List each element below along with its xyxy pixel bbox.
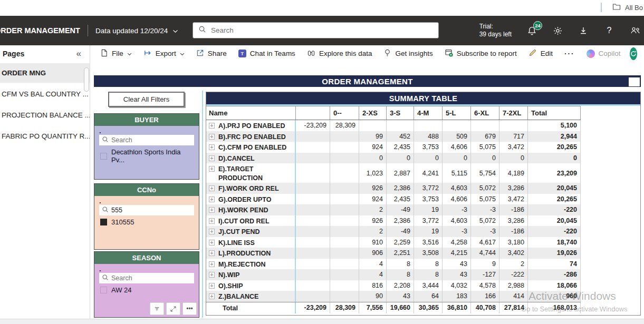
value-cell[interactable]: 183 <box>443 291 471 302</box>
value-cell[interactable]: 910 <box>359 237 387 248</box>
value-cell[interactable]: -222 <box>499 269 528 280</box>
refresh-button[interactable] <box>630 47 637 60</box>
value-cell[interactable] <box>296 194 330 205</box>
value-cell[interactable] <box>330 142 359 153</box>
value-cell[interactable]: 4,578 <box>471 280 499 291</box>
expand-row-icon[interactable]: + <box>209 293 215 299</box>
filter-icon[interactable] <box>150 302 164 315</box>
value-cell[interactable]: 8 <box>414 269 443 280</box>
value-cell[interactable]: 3,286 <box>499 215 528 227</box>
value-cell[interactable]: 3,516 <box>414 237 443 248</box>
buyer-filter-item[interactable]: Decathlon Sports India Pv... <box>99 148 194 164</box>
value-cell[interactable]: 2,259 <box>387 237 414 248</box>
value-cell[interactable]: -23,209 <box>296 120 330 131</box>
value-cell[interactable]: 906 <box>359 248 387 259</box>
settings-gear-button[interactable] <box>552 25 563 36</box>
value-cell[interactable]: 99 <box>359 131 387 142</box>
value-cell[interactable] <box>443 120 471 131</box>
more-options-icon[interactable]: ••• <box>182 302 197 315</box>
column-header[interactable]: 5-L <box>443 106 471 120</box>
value-cell[interactable] <box>330 237 359 248</box>
value-cell[interactable]: 19 <box>414 226 443 237</box>
value-cell[interactable]: 36,810 <box>443 302 471 313</box>
value-cell[interactable]: -23,209 <box>296 302 330 313</box>
value-cell[interactable]: -186 <box>499 226 528 237</box>
row-name-cell[interactable]: +J).CUT PEND <box>206 226 296 237</box>
season-search-input[interactable] <box>111 274 180 282</box>
value-cell[interactable]: 3,472 <box>499 142 528 153</box>
get-insights-button[interactable]: Get insights <box>379 46 437 61</box>
value-cell[interactable] <box>330 153 359 164</box>
value-cell[interactable] <box>296 280 330 291</box>
value-cell[interactable] <box>330 259 359 270</box>
season-search-box[interactable] <box>99 273 194 283</box>
data-updated-dropdown[interactable]: Data updated 12/20/24 <box>95 27 178 35</box>
value-cell[interactable]: 18,066 <box>528 280 581 291</box>
value-cell[interactable] <box>330 280 359 291</box>
value-cell[interactable] <box>296 163 330 183</box>
value-cell[interactable]: 30,365 <box>414 302 443 313</box>
value-cell[interactable]: 8 <box>414 259 443 270</box>
expand-row-icon[interactable]: + <box>209 197 215 202</box>
value-cell[interactable] <box>414 120 443 131</box>
value-cell[interactable]: 19 <box>414 204 443 215</box>
value-cell[interactable]: 3,180 <box>499 237 528 248</box>
value-cell[interactable] <box>359 120 387 131</box>
export-menu[interactable]: Export <box>139 47 189 61</box>
value-cell[interactable]: -220 <box>528 204 581 215</box>
value-cell[interactable] <box>330 215 359 227</box>
value-cell[interactable]: -220 <box>528 226 581 237</box>
value-cell[interactable]: 2,386 <box>387 183 414 194</box>
value-cell[interactable]: 4,258 <box>443 237 471 248</box>
value-cell[interactable]: 5,072 <box>471 215 499 227</box>
value-cell[interactable] <box>296 204 330 215</box>
row-name-cell[interactable]: +D).CANCEL <box>206 153 296 164</box>
value-cell[interactable]: 2,988 <box>499 280 528 291</box>
sidebar-item-cfm-vs-bal[interactable]: CFM VS BAL COUNTRY ... <box>0 84 90 104</box>
value-cell[interactable] <box>296 269 330 280</box>
value-cell[interactable]: 90 <box>359 291 387 302</box>
value-cell[interactable]: 2 <box>359 204 387 215</box>
value-cell[interactable]: 2,944 <box>528 131 581 142</box>
value-cell[interactable]: 717 <box>499 131 528 142</box>
row-name-cell[interactable]: +F).WORK ORD REL <box>206 183 296 194</box>
expand-row-icon[interactable]: + <box>209 185 215 191</box>
checkbox-unchecked[interactable] <box>100 153 107 160</box>
value-cell[interactable]: 43 <box>443 259 471 270</box>
column-header[interactable]: Total <box>528 106 581 120</box>
column-header[interactable]: 6-XL <box>471 106 499 120</box>
buyer-search-box[interactable] <box>99 135 194 145</box>
row-name-cell[interactable]: Total <box>206 302 296 313</box>
value-cell[interactable]: -186 <box>499 204 528 215</box>
ccno-search-box[interactable] <box>99 205 194 215</box>
value-cell[interactable]: 28,309 <box>330 302 359 313</box>
collapse-sidebar-icon[interactable]: « <box>76 48 81 59</box>
value-cell[interactable]: 64 <box>414 291 443 302</box>
value-cell[interactable]: 18,740 <box>528 237 581 248</box>
sidebar-item-projection-balance[interactable]: PROJECTION BALANCE ... <box>0 105 90 125</box>
value-cell[interactable]: 23,209 <box>528 163 581 183</box>
value-cell[interactable] <box>330 194 359 205</box>
search-input[interactable] <box>211 26 433 34</box>
value-cell[interactable]: 3,444 <box>414 280 443 291</box>
checkbox-checked[interactable] <box>100 219 107 225</box>
value-cell[interactable]: 8 <box>387 259 414 270</box>
row-name-cell[interactable]: +M).REJECTION <box>206 259 296 270</box>
value-cell[interactable]: 3,286 <box>499 183 528 194</box>
value-cell[interactable] <box>296 215 330 227</box>
value-cell[interactable] <box>296 142 330 153</box>
value-cell[interactable] <box>330 204 359 215</box>
value-cell[interactable]: 4,617 <box>471 237 499 248</box>
subscribe-button[interactable]: Subscribe to report <box>440 46 522 61</box>
value-cell[interactable]: 414 <box>499 291 528 302</box>
bookmark-icon[interactable] <box>642 47 644 60</box>
column-header[interactable]: 3-S <box>387 106 414 120</box>
value-cell[interactable]: 4,603 <box>443 183 471 194</box>
value-cell[interactable] <box>296 183 330 194</box>
value-cell[interactable]: 20,045 <box>528 215 581 227</box>
ccno-search-input[interactable] <box>111 207 180 214</box>
value-cell[interactable]: 926 <box>359 215 387 227</box>
value-cell[interactable]: 4,606 <box>443 194 471 205</box>
value-cell[interactable]: 40,708 <box>471 302 499 313</box>
expand-row-icon[interactable]: + <box>209 261 215 267</box>
